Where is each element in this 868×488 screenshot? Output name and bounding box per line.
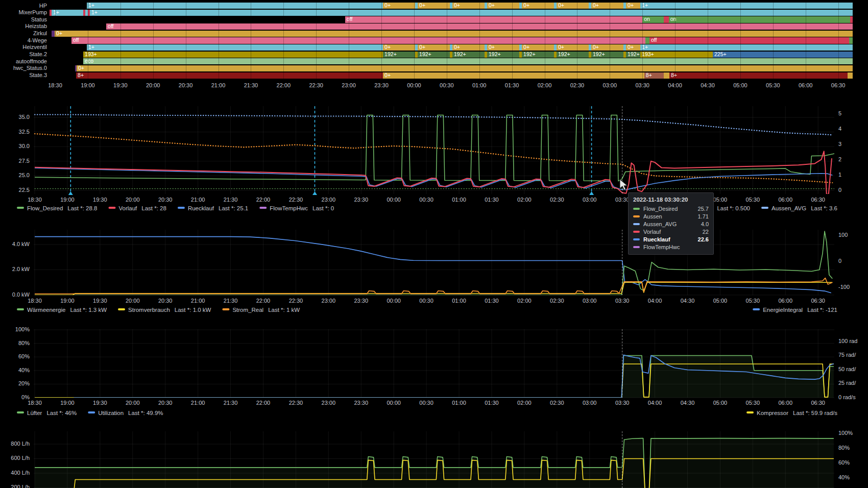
legend-label[interactable]: Utilization <box>98 410 124 416</box>
legend-last-value: Last *: 49.9% <box>128 410 163 416</box>
legend-label[interactable]: Ruecklauf <box>188 205 214 211</box>
panel-plot-area[interactable] <box>34 230 834 295</box>
legend-swatch-Ruecklauf[interactable] <box>178 207 185 209</box>
x-axis-label: 20:30 <box>158 298 173 304</box>
y-axis-label-right: 80% <box>838 445 850 451</box>
y-axis-label-left: 25.0 <box>19 172 30 178</box>
x-axis-label: 00:30 <box>419 400 433 406</box>
legend-swatch-Flow_Desired[interactable] <box>17 207 24 209</box>
legend-last-value: Last *: 1.0 kW <box>175 307 211 313</box>
x-axis-label: 22:00 <box>256 197 271 203</box>
legend-last-value: Last *: 1 kW <box>268 307 300 313</box>
tooltip-series-name: Aussen_AVG <box>643 221 697 227</box>
x-axis-label: 02:30 <box>550 197 564 203</box>
x-axis-label: 06:00 <box>779 197 793 203</box>
x-axis-label: 01:30 <box>485 197 499 203</box>
tooltip-series-value: 22.6 <box>698 236 709 242</box>
y-axis-label-left: 4.0 kW <box>12 241 30 247</box>
x-axis-label: 19:00 <box>60 197 75 203</box>
legend-swatch-Lüfter[interactable] <box>17 411 24 413</box>
x-axis-label: 23:30 <box>354 400 368 406</box>
tooltip-series-name: Ruecklauf <box>643 236 694 242</box>
x-axis-label: 02:00 <box>517 298 532 304</box>
panel-plot-area[interactable] <box>34 431 834 488</box>
x-axis-label: 05:00 <box>713 400 728 406</box>
x-axis-label: 01:00 <box>452 298 466 304</box>
legend-label[interactable]: EnergieIntegral <box>763 307 803 313</box>
x-axis-label: 05:30 <box>746 298 760 304</box>
y-axis-label-right: 4 <box>838 126 841 132</box>
y-axis-label-left: 80% <box>18 340 30 346</box>
legend-label[interactable]: Vorlauf <box>119 205 138 211</box>
tooltip-rows: Flow_Desired25.7Aussen1.71Aussen_AVG4.0V… <box>633 206 709 250</box>
x-axis-label: 04:00 <box>648 298 662 304</box>
y-axis-label-left: 20% <box>18 380 30 386</box>
legend-last-value: Last *: 28 <box>141 205 166 211</box>
x-axis-label: 22:30 <box>289 197 303 203</box>
legend-swatch-Utilization[interactable] <box>88 411 95 413</box>
y-axis-label-left: 35.0 <box>19 114 30 120</box>
y-axis-label-left: 600 L/h <box>11 455 30 461</box>
x-axis-label: 19:30 <box>93 298 107 304</box>
x-axis-label: 03:30 <box>615 298 630 304</box>
legend-label[interactable]: Strom_Real <box>232 307 263 313</box>
legend-label[interactable]: Wärmeenergie <box>27 307 65 313</box>
legend-last-value: Last *: 46% <box>46 410 77 416</box>
legend-swatch-Kompressor[interactable] <box>746 411 754 413</box>
panel-plot-area[interactable] <box>34 106 834 194</box>
tooltip-series-name: Vorlauf <box>643 229 698 235</box>
x-axis-label: 18:30 <box>28 298 42 304</box>
legend-right: EnergieIntegralLast *: -121 <box>753 307 837 313</box>
x-axis-label: 20:30 <box>158 400 173 406</box>
tooltip-series-swatch <box>633 223 640 225</box>
legend-swatch-Stromverbrauch[interactable] <box>118 308 125 310</box>
x-axis-label: 00:30 <box>419 298 433 304</box>
legend-last-value: Last *: 1.3 kW <box>70 307 107 313</box>
x-axis-label: 21:30 <box>224 197 238 203</box>
x-axis-label: 05:00 <box>713 298 728 304</box>
tooltip-series-swatch <box>633 246 640 248</box>
tooltip-series-name: FlowTempHwc <box>643 244 705 250</box>
y-axis-label-left: 40% <box>18 367 30 373</box>
tooltip-series-swatch <box>633 215 640 217</box>
legend-swatch-Vorlauf[interactable] <box>109 207 116 209</box>
tooltip-series-swatch <box>633 238 640 240</box>
legend-last-value: Last *: 3.6 <box>811 205 837 211</box>
legend-label[interactable]: FlowTempHwc <box>270 205 308 211</box>
x-axis-label: 22:30 <box>289 400 303 406</box>
legend-label[interactable]: Stromverbrauch <box>128 307 170 313</box>
panel-plot-area[interactable] <box>34 329 834 398</box>
x-axis-label: 23:30 <box>354 197 368 203</box>
x-axis-label: 05:30 <box>746 197 760 203</box>
legend-left: Flow_DesiredLast *: 28.8VorlaufLast *: 2… <box>17 205 334 211</box>
y-axis-label-right: 100 rad <box>838 338 857 344</box>
x-axis-label: 03:30 <box>615 197 630 203</box>
x-axis-label: 22:00 <box>256 400 271 406</box>
legend-swatch-Strom_Real[interactable] <box>222 308 229 310</box>
legend-label[interactable]: Kompressor <box>757 410 788 416</box>
tooltip-series-swatch <box>633 231 640 233</box>
legend-swatch-Aussen_AVG[interactable] <box>761 207 768 209</box>
x-axis-label: 20:00 <box>126 400 140 406</box>
x-axis-label: 01:00 <box>452 400 466 406</box>
legend-swatch-EnergieIntegral[interactable] <box>753 308 760 310</box>
x-axis-label: 23:30 <box>354 298 368 304</box>
legend-label[interactable]: Lüfter <box>27 410 42 416</box>
panel-temps: 35.032.530.027.525.022.554321018:3019:00… <box>17 106 841 211</box>
x-axis-label: 00:00 <box>387 400 401 406</box>
grafana-dashboard: HP1+0+0+0+0+0+0+0+0+1+MixerPump1+1+Statu… <box>0 0 868 488</box>
x-axis-label: 00:30 <box>419 197 433 203</box>
x-axis-label: 01:00 <box>452 197 466 203</box>
legend-label[interactable]: Aussen_AVG <box>771 205 806 211</box>
x-axis-label: 23:00 <box>322 400 336 406</box>
x-axis-label: 03:00 <box>583 400 597 406</box>
tooltip-row: Ruecklauf22.6 <box>633 236 709 242</box>
x-axis-label: 02:30 <box>550 400 564 406</box>
tooltip-series-name: Flow_Desired <box>643 206 694 212</box>
legend-label[interactable]: Flow_Desired <box>27 205 63 211</box>
legend-swatch-Wärmeenergie[interactable] <box>17 308 24 310</box>
legend-swatch-FlowTempHwc[interactable] <box>259 207 267 209</box>
tooltip-row: Aussen1.71 <box>633 213 709 219</box>
x-axis-label: 21:00 <box>191 197 205 203</box>
legend-last-value: Last *: 28.8 <box>67 205 97 211</box>
